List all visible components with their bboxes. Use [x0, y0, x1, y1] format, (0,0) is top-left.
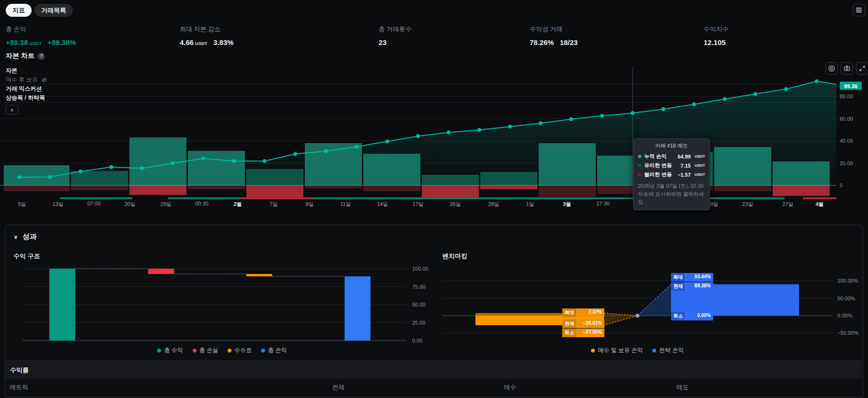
chevron-down-icon[interactable]: ∨: [13, 234, 18, 240]
stat-block: 최대 자본 감소4.66USDT3.83%: [180, 25, 233, 46]
col-header-all: 전체: [332, 383, 345, 392]
series-dot-icon: [638, 173, 641, 176]
x-tick: 4월: [815, 201, 823, 208]
legend-item: 전략 손익: [652, 346, 683, 354]
x-tick: 20일: [124, 201, 135, 208]
tooltip-hint: 차트에 표시하려면 클릭하세요: [638, 191, 704, 205]
y-tick: 100.00: [412, 266, 428, 272]
legend-dot-icon: [228, 349, 231, 353]
trade-duration-strip: [314, 197, 785, 199]
excursion-bar-down: [129, 185, 186, 195]
excursion-bar-down: [773, 185, 830, 196]
stat-block: 수익성 거래78.26%18/23: [530, 25, 578, 46]
excursion-bar-down: [480, 185, 537, 189]
equity-dot: [600, 114, 604, 118]
legend-item: 매수 및 보유 손익: [591, 346, 643, 354]
returns-title: 수익률: [10, 366, 29, 375]
tab-indicators[interactable]: 지표: [6, 4, 32, 17]
series-dot-icon: [638, 164, 641, 167]
excursion-bar-down: [422, 185, 479, 199]
waterfall-legend: 총 수익총 손실수수료총 손익: [13, 346, 431, 354]
chart-pane-legend: 자본매수 후 보유⊘거래 익스커션상승폭 / 하락폭: [6, 66, 47, 102]
equity-dot: [631, 111, 635, 115]
equity-dot: [477, 128, 481, 132]
returns-section-header: 수익률: [5, 361, 862, 379]
col-header-short: 매도: [676, 383, 689, 392]
equity-dot: [569, 117, 573, 121]
x-tick: 13일: [52, 201, 63, 208]
y-tick: 0.00: [412, 338, 422, 343]
col-header-metric: 메트릭: [10, 383, 28, 392]
excursion-bar-down: [4, 185, 69, 191]
legend-item: 총 수익: [157, 346, 183, 354]
equity-last-value-badge: 89.38: [840, 82, 862, 90]
stat-value: 4.66USDT3.83%: [180, 38, 233, 46]
waterfall-chart[interactable]: [13, 261, 431, 350]
x-tick: 27일: [782, 201, 793, 208]
equity-dot: [385, 139, 389, 143]
legend-row[interactable]: 상승폭 / 하락폭: [6, 93, 47, 102]
benchmark-chart[interactable]: [442, 261, 833, 350]
legend-row[interactable]: 매수 후 보유⊘: [6, 75, 47, 84]
stat-value: +89.38USDT+89.38%: [6, 38, 76, 46]
x-tick: 17일: [412, 201, 423, 208]
benchmark-strategy-badges: 최대93.44% 현재89.38%: [671, 273, 713, 291]
x-tick: 9일: [305, 201, 313, 208]
excursion-bar-down: [188, 185, 245, 189]
excursion-bar-down: [305, 185, 362, 188]
legend-row[interactable]: 자본: [6, 66, 47, 75]
trade-duration-strip: [60, 197, 132, 199]
x-tick: 2월: [233, 201, 242, 208]
tooltip-row: 유리한 변동7.15USDT: [638, 162, 705, 169]
tooltip-row: 누적 손익64.99USDT: [638, 153, 705, 160]
x-tick: 11일: [340, 201, 351, 208]
y-tick: 50.00: [412, 302, 426, 307]
tooltip-title: 거래 #18 매도: [638, 142, 705, 149]
equity-dot: [17, 175, 21, 179]
equity-dot: [324, 149, 328, 153]
x-tick: 1일: [526, 201, 534, 208]
equity-dot: [171, 161, 174, 165]
x-tick: 00:30: [195, 201, 208, 206]
equity-dot: [201, 157, 205, 160]
eye-off-icon[interactable]: ⊘: [42, 76, 47, 83]
benchmark-buyhold-cur-min-badges: 현재−26.01% 최소−27.55%: [562, 319, 604, 337]
view-tabs: 지표거래목록: [6, 4, 73, 17]
equity-dot: [293, 152, 297, 156]
y-tick: 0: [840, 182, 843, 188]
equity-dot: [232, 159, 236, 163]
equity-dot: [109, 165, 113, 169]
equity-x-axis: 5일13일07:0020일29일00:302월7일9일11일14일17일26일2…: [0, 201, 836, 208]
trade-tooltip: 거래 #18 매도 누적 손익64.99USDT유리한 변동7.15USDT불리…: [633, 138, 710, 210]
menu-icon[interactable]: [853, 4, 865, 16]
equity-dot: [355, 145, 359, 149]
stat-block: 총 손익+89.38USDT+89.38%: [6, 25, 76, 46]
y-tick: 50.00%: [837, 296, 855, 301]
y-tick: 20.00: [840, 160, 853, 166]
equity-dot: [661, 107, 665, 111]
performance-header[interactable]: ∨ 성과: [13, 232, 37, 241]
tab-trade-list[interactable]: 거래목록: [35, 4, 73, 17]
excursion-bar-down: [714, 185, 771, 191]
stat-label: 총 손익: [6, 25, 76, 34]
x-tick: 7일: [269, 201, 278, 208]
pivot-dot: [636, 314, 639, 318]
equity-chart-canvas[interactable]: [0, 65, 836, 208]
camera-icon[interactable]: [841, 62, 853, 75]
benchmark-title: 벤치마킹: [442, 252, 467, 261]
trade-duration-strip: [803, 197, 836, 199]
legend-item: 총 손익: [261, 346, 287, 354]
y-tick: 40.00: [840, 138, 853, 144]
tooltip-row: 불리한 변동−1.57USDT: [638, 171, 705, 178]
excursion-bar-down: [539, 185, 596, 197]
x-tick: 28일: [488, 201, 499, 208]
y-tick: 0.00%: [837, 313, 852, 318]
excursion-bar-down: [363, 185, 420, 191]
trade-duration-strip: [241, 197, 314, 199]
y-tick: 100.00%: [837, 278, 858, 284]
fullscreen-icon[interactable]: [856, 62, 868, 75]
legend-row[interactable]: 거래 익스커션: [6, 84, 47, 93]
y-tick: 25.00: [412, 320, 426, 326]
stat-label: 최대 자본 감소: [180, 25, 233, 34]
help-icon[interactable]: ?: [38, 53, 45, 60]
